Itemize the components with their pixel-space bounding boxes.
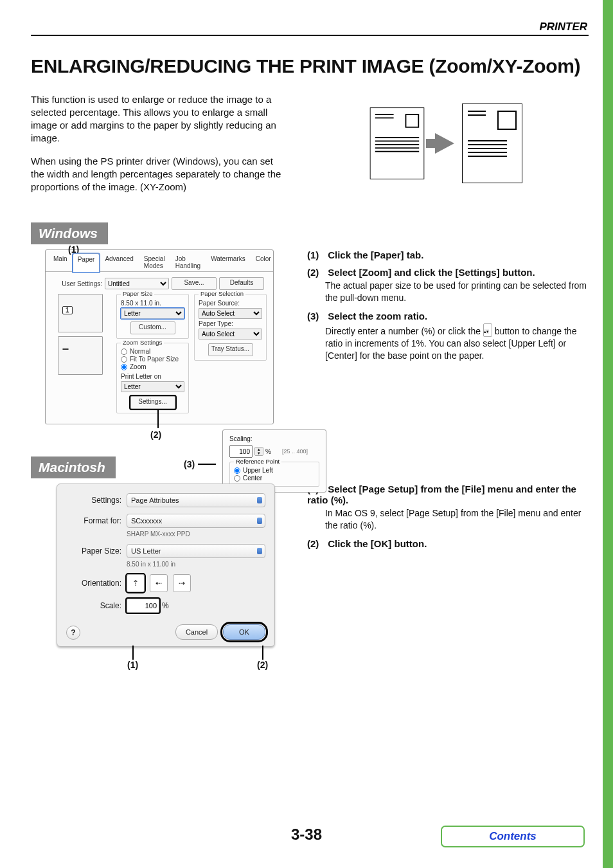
scaling-label: Scaling: bbox=[229, 435, 253, 442]
mac-format-label: Format for: bbox=[66, 516, 121, 525]
orientation-landscape-left-button[interactable]: ⇠ bbox=[150, 574, 168, 592]
stepper-icon[interactable]: ▴▾ bbox=[254, 447, 263, 456]
tray-icon bbox=[67, 379, 93, 392]
step-title: Click the [Paper] tab. bbox=[328, 249, 423, 260]
ok-button[interactable]: OK bbox=[223, 624, 265, 640]
mac-callout-2: (2) bbox=[257, 660, 268, 670]
mac-page-setup-dialog: Settings: Page Attributes Format for: SC… bbox=[57, 484, 275, 647]
orientation-portrait-button[interactable]: ⇡ bbox=[127, 574, 145, 592]
mac-format-select[interactable]: SCxxxxxx bbox=[127, 514, 265, 528]
custom-button[interactable]: Custom... bbox=[130, 321, 175, 334]
mac-papersize-sub: 8.50 in x 11.00 in bbox=[127, 561, 265, 568]
callout-3: (3) bbox=[184, 459, 195, 469]
windows-heading: Windows bbox=[31, 222, 108, 244]
section-header: PRINTER bbox=[539, 21, 587, 33]
tab-paper[interactable]: Paper bbox=[73, 253, 100, 272]
step-title: Select the zoom ratio. bbox=[328, 311, 427, 321]
step-detail: Directly enter a number (%) or click the… bbox=[325, 323, 589, 362]
preview-pane bbox=[52, 294, 109, 416]
preview-page-icon bbox=[58, 336, 103, 375]
intro-paragraph-1: This function is used to enlarge or redu… bbox=[31, 93, 288, 145]
mac-settings-select[interactable]: Page Attributes bbox=[127, 493, 265, 507]
step-number: (2) bbox=[307, 267, 325, 278]
scaling-input[interactable] bbox=[229, 445, 253, 458]
zoom-diagram bbox=[301, 84, 589, 204]
paper-size-group: Paper Size 8.50 x 11.0 in. Letter Custom… bbox=[116, 294, 189, 339]
tab-job-handling[interactable]: Job Handling bbox=[170, 253, 206, 271]
help-button[interactable]: ? bbox=[66, 626, 80, 640]
step-detail: The actual paper size to be used for pri… bbox=[325, 280, 589, 304]
step-title: Select [Zoom] and click the [Settings] b… bbox=[328, 267, 535, 278]
tab-color[interactable]: Color bbox=[251, 253, 276, 271]
callout-2: (2) bbox=[150, 429, 161, 440]
tab-main[interactable]: Main bbox=[48, 253, 73, 271]
zoom-zoom-radio[interactable] bbox=[121, 364, 127, 370]
ref-upper-left-radio[interactable] bbox=[234, 467, 240, 474]
mac-papersize-select[interactable]: US Letter bbox=[127, 544, 265, 558]
cancel-button[interactable]: Cancel bbox=[175, 624, 218, 640]
windows-print-dialog: Main Paper Advanced Special Modes Job Ha… bbox=[45, 249, 274, 424]
user-settings-select[interactable]: Untitled bbox=[105, 278, 169, 289]
diagram-page-before bbox=[370, 107, 425, 179]
zoom-fit-radio[interactable] bbox=[121, 356, 127, 363]
paper-source-select[interactable]: Auto Select bbox=[199, 308, 262, 319]
dialog-tabs: Main Paper Advanced Special Modes Job Ha… bbox=[46, 250, 273, 272]
defaults-button[interactable]: Defaults bbox=[219, 277, 264, 290]
tab-special-modes[interactable]: Special Modes bbox=[139, 253, 170, 271]
macintosh-heading: Macintosh bbox=[31, 457, 116, 478]
paper-selection-group: Paper Selection Paper Source: Auto Selec… bbox=[194, 294, 267, 361]
contents-link[interactable]: Contents bbox=[441, 826, 585, 847]
mac-settings-label: Settings: bbox=[66, 496, 121, 505]
step-title: Click the [OK] button. bbox=[328, 538, 427, 549]
tray-status-button[interactable]: Tray Status... bbox=[208, 343, 253, 356]
diagram-page-after bbox=[462, 104, 522, 183]
mac-callout-1: (1) bbox=[127, 660, 138, 670]
mac-scale-input[interactable] bbox=[127, 599, 159, 613]
page-title: ENLARGING/REDUCING THE PRINT IMAGE (Zoom… bbox=[31, 54, 589, 78]
mac-scale-label: Scale: bbox=[66, 601, 121, 610]
tab-advanced[interactable]: Advanced bbox=[100, 253, 138, 271]
ref-center-radio[interactable] bbox=[234, 475, 240, 482]
step-detail: In Mac OS 9, select [Page Setup] from th… bbox=[325, 507, 589, 532]
step-number: (2) bbox=[307, 538, 325, 549]
arrow-right-icon bbox=[435, 133, 454, 154]
step-number: (1) bbox=[307, 249, 325, 260]
zoom-normal-radio[interactable] bbox=[121, 348, 127, 355]
preview-page-icon bbox=[58, 294, 103, 332]
intro-paragraph-2: When using the PS printer driver (Window… bbox=[31, 155, 288, 194]
tab-watermarks[interactable]: Watermarks bbox=[206, 253, 251, 271]
step-title: Select [Page Setup] from the [File] menu… bbox=[307, 484, 576, 505]
step-number: (3) bbox=[307, 311, 325, 321]
finisher-icon bbox=[67, 395, 93, 408]
mac-orientation-label: Orientation: bbox=[66, 579, 121, 588]
stepper-icon: ▴▾ bbox=[483, 323, 492, 337]
paper-type-select[interactable]: Auto Select bbox=[199, 329, 262, 339]
print-on-select[interactable]: Letter bbox=[121, 381, 184, 392]
mac-format-sub: SHARP MX-xxxx PPD bbox=[127, 530, 265, 538]
mac-papersize-label: Paper Size: bbox=[66, 547, 121, 556]
user-settings-label: User Settings: bbox=[52, 280, 102, 287]
orientation-landscape-right-button[interactable]: ⇢ bbox=[173, 574, 191, 592]
save-button[interactable]: Save... bbox=[172, 277, 217, 290]
header-rule bbox=[31, 35, 589, 36]
paper-size-select[interactable]: Letter bbox=[121, 308, 184, 319]
zoom-settings-group: Zoom Settings Normal Fit To Paper Size Z… bbox=[116, 343, 189, 413]
zoom-settings-button[interactable]: Settings... bbox=[130, 396, 175, 409]
